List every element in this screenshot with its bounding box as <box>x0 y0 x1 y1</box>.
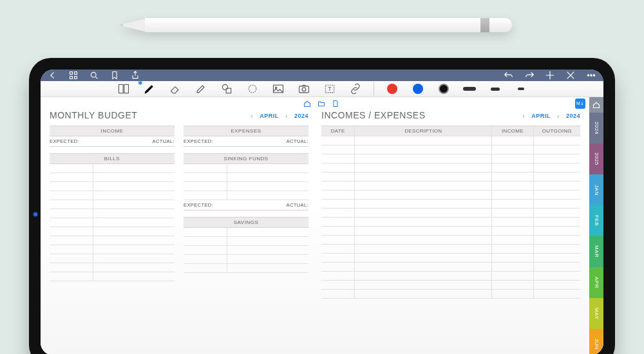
svg-rect-14 <box>124 84 128 93</box>
right-page-ledger: INCOMES / EXPENSES ‹ APRIL › 2024 DATE D… <box>321 102 580 354</box>
back-icon[interactable] <box>47 70 59 81</box>
close-icon[interactable] <box>565 70 576 81</box>
front-camera <box>33 212 37 216</box>
col-description: DESCRIPTION <box>355 126 492 136</box>
content-area: M⤓ MONTHLY BUDGET ‹ APRIL › 2024 <box>41 97 603 354</box>
month-navigator-right: ‹ APRIL › 2024 <box>522 112 580 120</box>
mini-document-icon[interactable] <box>332 98 341 107</box>
svg-rect-0 <box>70 72 73 75</box>
planner-pages: M⤓ MONTHLY BUDGET ‹ APRIL › 2024 <box>41 97 589 354</box>
sidetab-2025[interactable]: 2025 <box>589 144 603 174</box>
svg-rect-2 <box>70 77 73 79</box>
mini-page-tabs <box>41 97 603 109</box>
col-date: DATE <box>321 126 355 136</box>
actual-label: ACTUAL: <box>153 138 175 144</box>
color-black[interactable] <box>436 81 451 97</box>
svg-point-19 <box>275 87 277 89</box>
svg-point-4 <box>91 72 96 77</box>
search-icon[interactable] <box>88 70 100 81</box>
pen-tool[interactable]: ✱ <box>142 81 157 97</box>
sidetab-jun[interactable]: JUN <box>589 329 603 354</box>
mini-home-icon[interactable] <box>303 98 312 107</box>
image-tool[interactable] <box>270 81 286 97</box>
link-tool[interactable] <box>348 81 363 97</box>
tablet-frame: ✱ T M⤓ <box>29 58 615 354</box>
redo-icon[interactable] <box>524 70 535 81</box>
svg-text:T: T <box>328 86 331 92</box>
add-icon[interactable] <box>544 70 556 81</box>
svg-line-5 <box>95 77 97 79</box>
next-month-icon[interactable]: › <box>285 112 288 120</box>
bookmark-icon[interactable] <box>109 70 120 81</box>
sinking-rows[interactable] <box>184 164 308 200</box>
savings-header: SAVINGS <box>184 217 308 228</box>
screen: ✱ T M⤓ <box>41 70 603 354</box>
shapes-tool[interactable] <box>219 81 234 97</box>
svg-rect-3 <box>75 77 77 79</box>
ledger-rows[interactable] <box>321 136 580 299</box>
svg-point-17 <box>249 85 256 93</box>
left-page-budget: MONTHLY BUDGET ‹ APRIL › 2024 INCOME EXP… <box>50 102 308 354</box>
income-header: INCOME <box>50 126 175 136</box>
cloud-badge[interactable]: M⤓ <box>575 98 585 109</box>
actual-label: ACTUAL: <box>287 202 308 208</box>
sidetab-jan[interactable]: JAN <box>589 174 603 205</box>
svg-rect-20 <box>299 86 308 93</box>
text-tool[interactable]: T <box>322 81 337 97</box>
color-red[interactable] <box>384 81 400 97</box>
undo-icon[interactable] <box>503 70 515 81</box>
sinking-header: SINKING FUNDS <box>184 153 308 164</box>
app-topbar <box>41 70 603 81</box>
sidetab-may[interactable]: MAY <box>589 298 603 329</box>
camera-tool[interactable] <box>296 81 312 97</box>
stroke-mid[interactable] <box>488 81 503 97</box>
expenses-header: EXPENSES <box>184 126 308 136</box>
svg-point-15 <box>222 84 227 89</box>
svg-point-10 <box>587 75 589 76</box>
year-label[interactable]: 2024 <box>566 113 580 119</box>
prev-month-icon[interactable]: ‹ <box>251 112 253 120</box>
stroke-wide[interactable] <box>462 81 477 97</box>
bills-header: BILLS <box>50 153 175 164</box>
apple-pencil <box>119 18 512 32</box>
color-blue[interactable] <box>410 81 426 97</box>
svg-point-11 <box>591 75 592 76</box>
mini-folder-icon[interactable] <box>317 98 327 107</box>
ledger-header: DATE DESCRIPTION INCOME OUTGOING <box>321 126 580 136</box>
side-tabs: 20242025JANFEBMARAPRMAYJUN <box>589 97 603 354</box>
lasso-tool[interactable] <box>245 81 260 97</box>
col-income: INCOME <box>492 126 533 136</box>
sidetab-apr[interactable]: APR <box>589 267 603 298</box>
prev-month-icon[interactable]: ‹ <box>522 112 525 120</box>
sidetab-mar[interactable]: MAR <box>589 236 603 267</box>
svg-point-21 <box>302 88 306 91</box>
month-label[interactable]: APRIL <box>260 113 279 119</box>
page-layout-tool[interactable] <box>116 81 131 97</box>
page-title: MONTHLY BUDGET <box>50 110 137 120</box>
month-navigator-left: ‹ APRIL › 2024 <box>251 112 308 120</box>
bills-rows[interactable] <box>50 164 175 281</box>
highlighter-tool[interactable] <box>193 81 209 97</box>
stroke-thin[interactable] <box>513 81 529 97</box>
col-outgoing: OUTGOING <box>534 126 580 136</box>
month-label[interactable]: APRIL <box>531 113 551 119</box>
tool-row: ✱ T <box>41 81 603 97</box>
savings-rows[interactable] <box>184 228 308 273</box>
svg-point-12 <box>593 75 594 76</box>
next-month-icon[interactable]: › <box>557 112 560 120</box>
expected-label: EXPECTED: <box>184 202 213 208</box>
year-label[interactable]: 2024 <box>294 113 308 119</box>
sidetab-2024[interactable]: 2024 <box>589 113 603 144</box>
expected-label: EXPECTED: <box>50 138 79 144</box>
eraser-tool[interactable] <box>167 81 183 97</box>
more-icon[interactable] <box>585 70 597 81</box>
actual-label: ACTUAL: <box>287 138 308 144</box>
page-title: INCOMES / EXPENSES <box>321 110 425 120</box>
apps-icon[interactable] <box>68 70 79 81</box>
expected-label: EXPECTED: <box>184 138 213 144</box>
svg-rect-13 <box>118 84 123 93</box>
svg-rect-1 <box>75 72 77 75</box>
sidetab-feb[interactable]: FEB <box>589 205 603 236</box>
